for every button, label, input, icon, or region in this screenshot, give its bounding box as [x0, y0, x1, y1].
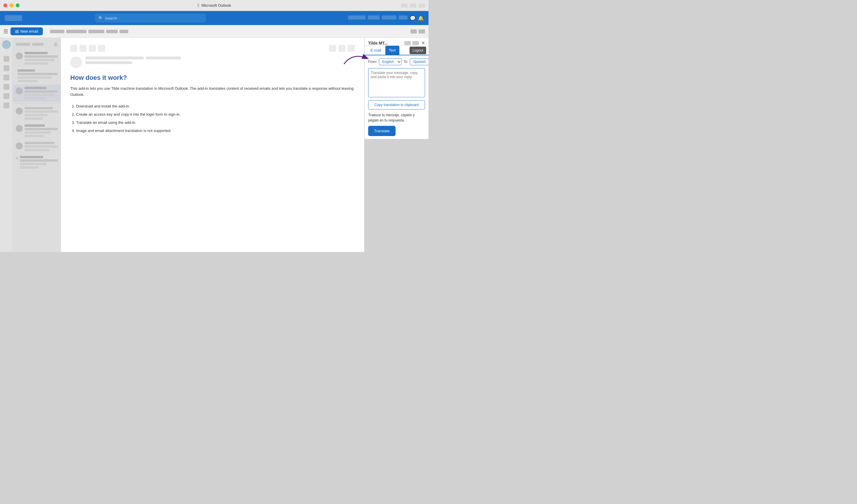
avatar — [16, 52, 23, 59]
apple-logo:  — [198, 3, 199, 8]
outlook-toolbar: 🔍 Search 💬 🔔 — [0, 11, 428, 25]
search-bar[interactable]: 🔍 Search — [95, 14, 206, 22]
translated-text: Traduce tu mensaje, cópielo y pégalo en … — [368, 112, 425, 123]
title-bar:  Microsoft Outlook — [0, 0, 428, 11]
avatar — [16, 125, 23, 132]
tilde-panel: Tilde MT... ✕ E-mail Text Logout — [364, 38, 428, 139]
avatar — [16, 142, 23, 150]
toolbar-ph-4 — [399, 15, 407, 19]
search-label: Search — [105, 16, 117, 20]
list-item[interactable] — [13, 50, 61, 67]
email-title: How does it work? — [70, 74, 355, 82]
sec-ph-5 — [119, 30, 128, 33]
language-row: From: English Spanish French To: English… — [368, 58, 425, 65]
sec-icon-ph-2 — [419, 30, 425, 34]
bell-icon[interactable]: 🔔 — [418, 15, 424, 21]
secondary-toolbar: ☰ ▤ New email — [0, 25, 428, 38]
toolbar-ph-2 — [368, 15, 380, 19]
sidebar-item-2[interactable] — [3, 65, 9, 71]
from-language-select[interactable]: English Spanish French — [379, 58, 402, 65]
main-layout: ☰ — [0, 38, 428, 252]
to-language-select[interactable]: English Spanish French — [410, 58, 428, 65]
sidebar — [0, 38, 13, 252]
divider — [13, 103, 61, 103]
email-intro: This add-in lets you use Tilde machine t… — [70, 86, 355, 98]
compose-icon: ▤ — [15, 29, 19, 34]
tilde-close-button[interactable]: ✕ — [421, 41, 425, 46]
folder-ph-2 — [32, 43, 44, 46]
tilde-panel-wrapper: Tilde MT... ✕ E-mail Text Logout — [364, 38, 428, 252]
sec-ph-3 — [88, 30, 104, 33]
sidebar-item-3[interactable] — [3, 74, 9, 81]
avatar — [16, 107, 23, 115]
menu-icon[interactable]: ☰ — [3, 28, 8, 35]
tab-email[interactable]: E-mail — [367, 46, 385, 55]
sidebar-nav — [3, 54, 9, 111]
translate-input[interactable] — [368, 68, 425, 97]
toolbar-ph-1 — [348, 15, 366, 19]
from-label: From: — [368, 60, 377, 64]
list-item[interactable] — [13, 122, 61, 140]
list-item: Create an access key and copy it into th… — [76, 111, 355, 118]
email-toolbar — [70, 45, 355, 52]
sec-icon-ph-1 — [410, 30, 417, 34]
avatar[interactable] — [2, 40, 11, 49]
mail-list-header: ☰ — [13, 40, 61, 50]
toolbar-placeholder-left — [5, 15, 22, 21]
close-window-button[interactable] — [3, 3, 7, 7]
new-email-button[interactable]: ▤ New email — [11, 28, 43, 35]
list-item: Image and email attachment translation i… — [76, 127, 355, 135]
chat-icon[interactable]: 💬 — [410, 15, 416, 21]
search-icon: 🔍 — [99, 16, 103, 20]
email-header — [70, 56, 355, 68]
list-item: Download and install the add-in. — [76, 103, 355, 110]
sidebar-item-4[interactable] — [3, 84, 9, 90]
tilde-title: Tilde MT... — [368, 41, 388, 46]
email-steps-list: Download and install the add-in. Create … — [70, 103, 355, 135]
tab-text[interactable]: Text — [385, 46, 399, 55]
copy-translation-button[interactable]: Copy translation to clipboard — [368, 100, 425, 109]
sidebar-item-6[interactable] — [3, 103, 9, 108]
list-item: Translate an email using the add-in. — [76, 119, 355, 126]
list-item[interactable] — [13, 154, 61, 171]
list-item[interactable] — [13, 105, 61, 122]
translate-button[interactable]: Translate — [368, 126, 396, 136]
mail-list-panel: ☰ — [13, 38, 61, 252]
toolbar-ph-3 — [382, 15, 397, 19]
tilde-panel-header: Tilde MT... ✕ — [365, 38, 428, 46]
traffic-lights — [3, 3, 19, 7]
list-item[interactable] — [13, 67, 61, 85]
sidebar-item-1[interactable] — [3, 56, 9, 62]
minimize-window-button[interactable] — [10, 3, 13, 7]
app-name: Microsoft Outlook — [201, 3, 231, 7]
sender-avatar — [70, 56, 82, 68]
title-bar-title:  Microsoft Outlook — [198, 3, 231, 8]
unread-dot — [16, 157, 18, 159]
sec-ph-4 — [106, 30, 118, 33]
folder-ph — [16, 43, 30, 46]
to-label: To: — [403, 60, 408, 64]
fullscreen-window-button[interactable] — [16, 3, 19, 7]
list-item[interactable] — [13, 140, 61, 154]
email-panel: How does it work? This add-in lets you u… — [61, 38, 364, 252]
tilde-body: From: English Spanish French To: English… — [365, 55, 428, 139]
sec-ph-2 — [66, 30, 87, 33]
list-item[interactable] — [13, 85, 61, 102]
avatar — [16, 87, 23, 94]
sidebar-item-5[interactable] — [3, 93, 9, 99]
tilde-header-icons — [404, 41, 419, 45]
ph-icon-1 — [404, 41, 411, 45]
tilde-tabs: E-mail Text Logout — [365, 46, 428, 55]
ph-icon-2 — [413, 41, 419, 45]
sec-ph-1 — [50, 30, 64, 33]
filter-icon[interactable]: ☰ — [54, 42, 58, 47]
logout-button[interactable]: Logout — [409, 47, 426, 54]
